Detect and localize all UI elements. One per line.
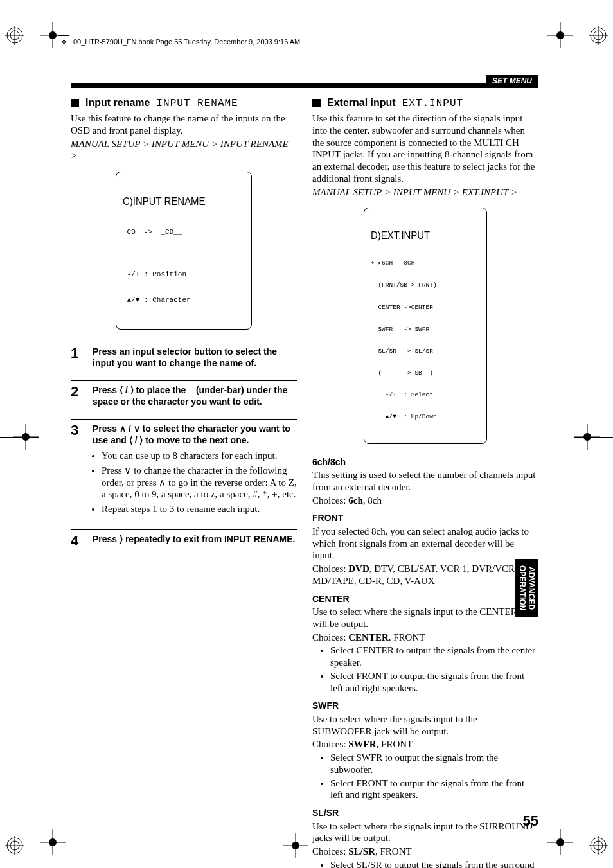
svg-point-13 bbox=[556, 31, 564, 39]
subsection-text: Use to select where the signals input to… bbox=[312, 820, 538, 845]
step-number: 3 bbox=[71, 423, 84, 518]
lcd-line: (FRNT/SB-> FRNT) bbox=[371, 281, 480, 288]
bullet-item: Repeat steps 1 to 3 to rename each input… bbox=[102, 503, 297, 515]
osd-label: INPUT RENAME bbox=[156, 97, 238, 110]
reg-line bbox=[23, 35, 62, 35]
reg-mark-icon bbox=[589, 836, 608, 855]
choices: Choices: DVD, DTV, CBL/SAT, VCR 1, DVR/V… bbox=[312, 563, 538, 587]
page: ❖ 00_HTR-5790U_EN.book Page 55 Tuesday, … bbox=[0, 0, 613, 868]
bullets: Select SWFR to output the signals from t… bbox=[312, 752, 538, 801]
section-title: Input rename bbox=[85, 96, 150, 109]
step-text: Press ∧ / ∨ to select the character you … bbox=[93, 423, 290, 445]
lcd-line: CENTER ->CENTER bbox=[371, 304, 480, 311]
bullet-item: Select SWFR to output the signals from t… bbox=[330, 752, 538, 776]
step-row: 1 Press an input selector button to sele… bbox=[71, 342, 297, 369]
subsection-title: SWFR bbox=[312, 700, 538, 712]
step-text: Press ⟩ repeatedly to exit from INPUT RE… bbox=[93, 534, 297, 548]
lcd-line: ( --- -> SB ) bbox=[371, 369, 480, 376]
header-rule bbox=[71, 83, 538, 88]
bullet-item: Select FRONT to output the signals from … bbox=[330, 777, 538, 802]
lcd-display: C)INPUT RENAME CD -> _CD__ -/+ : Positio… bbox=[116, 172, 252, 330]
bullet-item: Select SL/SR to output the signals from … bbox=[330, 859, 538, 868]
step-row: 3 Press ∧ / ∨ to select the character yo… bbox=[71, 419, 297, 518]
subsection-title: CENTER bbox=[312, 594, 538, 605]
subsection-title: SL/SR bbox=[312, 808, 538, 819]
section-title: External input bbox=[327, 96, 396, 109]
bullet-item: Select FRONT to output the signals from … bbox=[330, 670, 538, 695]
page-number: 55 bbox=[523, 813, 538, 829]
choices: Choices: 6ch, 8ch bbox=[312, 495, 538, 507]
sub-bullets: You can use up to 8 characters for each … bbox=[93, 450, 297, 515]
subsection-text: Use to select where the signals input to… bbox=[312, 606, 538, 630]
choices: Choices: CENTER, FRONT bbox=[312, 632, 538, 644]
reg-mark-icon bbox=[589, 26, 608, 45]
cross-mark-icon bbox=[547, 22, 573, 48]
reg-line bbox=[53, 24, 53, 47]
subsection-text: If you selected 8ch, you can select anal… bbox=[312, 526, 538, 562]
lcd-line: ▲/▼ : Character bbox=[123, 296, 245, 305]
step-row: 4 Press ⟩ repeatedly to exit from INPUT … bbox=[71, 529, 297, 548]
left-column: Input rename INPUT RENAME Use this featu… bbox=[71, 96, 297, 868]
bullet-square-icon bbox=[71, 99, 79, 107]
bullet-item: Press ∨ to change the character in the f… bbox=[102, 465, 297, 500]
breadcrumb: MANUAL SETUP > INPUT MENU > INPUT RENAME… bbox=[71, 138, 297, 163]
reg-line bbox=[560, 24, 560, 47]
bullet-item: Select CENTER to output the signals from… bbox=[330, 644, 538, 669]
bullet-square-icon bbox=[312, 99, 321, 107]
lcd-title: C)INPUT RENAME bbox=[123, 195, 230, 208]
reg-mark-icon bbox=[5, 26, 24, 45]
reg-line bbox=[574, 437, 613, 438]
choices: Choices: SL/SR, FRONT bbox=[312, 846, 538, 858]
breadcrumb: MANUAL SETUP > INPUT MENU > EXT.INPUT > bbox=[312, 186, 538, 199]
reg-mark-icon bbox=[5, 836, 24, 855]
subsection-title: 6ch/8ch bbox=[312, 457, 538, 468]
step-text: Press an input selector button to select… bbox=[93, 346, 297, 369]
lcd-line: ▲/▼ : Up/Down bbox=[371, 413, 480, 420]
reg-line bbox=[551, 35, 590, 35]
step-number: 2 bbox=[71, 385, 84, 407]
step-number: 1 bbox=[71, 346, 84, 369]
subsection-text: Use to select where the signals input to… bbox=[312, 713, 538, 738]
subsection-title: FRONT bbox=[312, 513, 538, 524]
osd-label: EXT.INPUT bbox=[402, 97, 463, 110]
lcd-line: -/+ : Position bbox=[123, 270, 245, 279]
book-icon: ❖ bbox=[58, 35, 69, 48]
lcd-line: CD -> _CD__ bbox=[123, 228, 245, 236]
lcd-line: SL/SR -> SL/SR bbox=[371, 348, 480, 355]
print-header: ❖ 00_HTR-5790U_EN.book Page 55 Tuesday, … bbox=[58, 35, 300, 48]
intro-text: Use this feature to set the direction of… bbox=[312, 112, 538, 185]
lcd-line: SWFR -> SWFR bbox=[371, 326, 480, 333]
lcd-line: ÷ ▸6CH 8CH bbox=[371, 260, 480, 267]
lcd-line: -/+ : Select bbox=[371, 391, 480, 398]
lcd-title: D)EXT.INPUT bbox=[371, 229, 467, 242]
choices: Choices: SWFR, FRONT bbox=[312, 738, 538, 750]
bullets: Select SL/SR to output the signals from … bbox=[312, 859, 538, 868]
intro-text: Use this feature to change the name of t… bbox=[71, 112, 297, 137]
cross-mark-icon bbox=[547, 829, 573, 855]
step-row: 2 Press ⟨ / ⟩ to place the _ (under-bar)… bbox=[71, 380, 297, 407]
step-number: 4 bbox=[71, 534, 84, 548]
step-text: Press ⟨ / ⟩ to place the _ (under-bar) u… bbox=[93, 385, 297, 407]
reg-line bbox=[0, 437, 39, 438]
lcd-display: D)EXT.INPUT ÷ ▸6CH 8CH (FRNT/SB-> FRNT) … bbox=[364, 208, 487, 443]
bullet-item: You can use up to 8 characters for each … bbox=[102, 450, 297, 462]
filename-line: 00_HTR-5790U_EN.book Page 55 Tuesday, De… bbox=[73, 38, 300, 46]
subsection-text: This setting is used to select the numbe… bbox=[312, 469, 538, 493]
side-tab: ADVANCED OPERATION bbox=[515, 559, 538, 617]
right-column: External input EXT.INPUT Use this featur… bbox=[312, 96, 538, 868]
bullets: Select CENTER to output the signals from… bbox=[312, 644, 538, 694]
cross-mark-icon bbox=[40, 829, 66, 855]
